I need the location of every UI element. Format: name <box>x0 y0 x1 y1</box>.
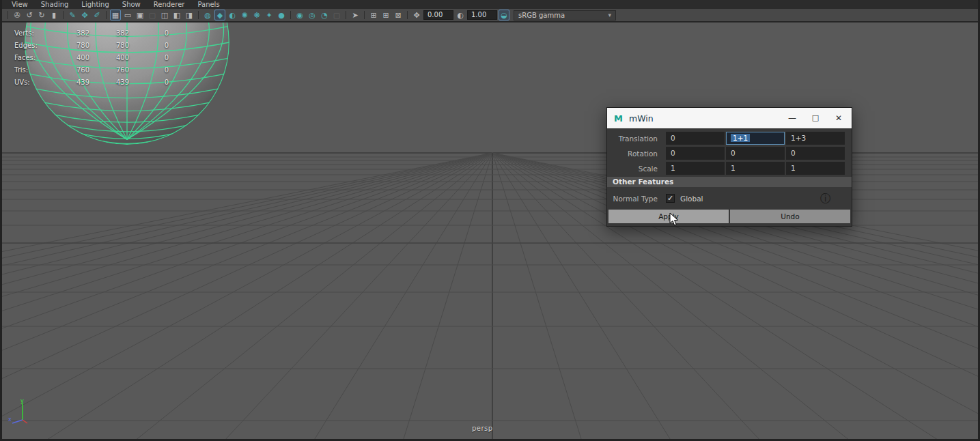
xray-display-icon[interactable]: ◉ <box>294 10 305 20</box>
checkered-sphere-icon[interactable]: ❋ <box>251 10 262 20</box>
rotation-z-field[interactable]: 0 <box>786 147 845 160</box>
toolbar-separator <box>198 11 199 19</box>
maya-logo-icon: M <box>614 113 626 124</box>
toolbar-separator <box>63 11 64 19</box>
colorspace-dropdown[interactable]: sRGB gamma▾ <box>514 10 616 20</box>
menu-panels[interactable]: Panels <box>197 0 219 9</box>
safe-action-icon[interactable]: ◧ <box>171 10 182 20</box>
textured-sphere-icon[interactable]: ✺ <box>239 10 250 20</box>
menu-shading[interactable]: Shading <box>41 0 69 9</box>
menu-lighting[interactable]: Lighting <box>81 0 109 9</box>
translation-z-field[interactable]: 1+3 <box>786 132 845 145</box>
wireframe-on-shaded-icon[interactable]: ◐ <box>227 10 238 20</box>
global-checkbox[interactable]: ✓ <box>666 194 675 203</box>
other-features-header: Other Features <box>607 177 852 187</box>
snapshot-multi-icon[interactable]: ⊞ <box>380 10 391 20</box>
translation-x-field[interactable]: 0 <box>666 132 725 145</box>
gate-mask-icon[interactable]: ▢ <box>147 10 158 20</box>
field-chart-icon[interactable]: ◫ <box>159 10 170 20</box>
contrast-icon[interactable]: ◐ <box>455 10 466 20</box>
dialog-button-row: Apply Undo <box>607 208 852 225</box>
colorspace-toggle-icon[interactable]: ◒ <box>499 10 509 20</box>
rotation-x-field[interactable]: 0 <box>666 147 725 160</box>
dialog-title: mWin <box>629 113 781 124</box>
wireframe-sphere-icon[interactable]: ◍ <box>202 10 213 20</box>
exposure-field[interactable]: 0.00 <box>423 10 453 20</box>
axis-x-label: x <box>8 416 12 423</box>
scale-z-field[interactable]: 1 <box>786 162 845 175</box>
undo-button[interactable]: Undo <box>730 210 850 223</box>
move-tool-icon[interactable]: ✥ <box>79 10 90 20</box>
menu-show[interactable]: Show <box>122 0 141 9</box>
bookmark-icon[interactable]: ▮ <box>48 10 59 20</box>
chevron-down-icon: ▾ <box>608 12 611 18</box>
hud-row-edges: Edges: 780 780 0 <box>14 39 169 51</box>
toolbar-separator <box>8 11 8 19</box>
hud-row-uvs: UVs: 439 439 0 <box>14 76 169 88</box>
toolbar-separator <box>106 11 107 19</box>
maximize-button[interactable]: □ <box>804 108 827 128</box>
menu-renderer[interactable]: Renderer <box>154 0 185 9</box>
rotation-label: Rotation <box>608 150 666 158</box>
toolbar-separator <box>290 11 291 19</box>
backface-display-icon[interactable]: ◎ <box>307 10 318 20</box>
translation-label: Translation <box>608 134 666 143</box>
snapshot-icon[interactable]: ⊞ <box>368 10 379 20</box>
shaded-cube-icon[interactable]: ◆ <box>214 10 225 20</box>
resolution-gate-icon[interactable]: ▣ <box>135 10 145 20</box>
crossed-box-icon[interactable]: ⊠ <box>393 10 404 20</box>
selected-text: 1+1 <box>731 134 750 142</box>
camera-pan-icon[interactable]: ↻ <box>36 10 47 20</box>
scale-row: Scale 1 1 1 <box>607 161 852 175</box>
translation-y-field[interactable]: 1+1 <box>726 132 785 145</box>
minimize-button[interactable]: — <box>781 108 804 128</box>
normal-type-row: Normal Type ✓ Global ⓘ <box>607 188 852 208</box>
heads-up-display: Verts: 382 382 0 Edges: 780 780 0 Faces:… <box>14 27 169 88</box>
rotation-y-field[interactable]: 0 <box>726 147 785 160</box>
close-button[interactable]: ✕ <box>827 108 850 128</box>
film-gate-icon[interactable]: ▭ <box>122 10 133 20</box>
scale-x-field[interactable]: 1 <box>666 162 725 175</box>
isolate-select-icon[interactable]: ◔ <box>319 10 330 20</box>
axis-gizmo: y x <box>8 398 38 428</box>
exposure-icon[interactable]: ✥ <box>411 10 422 20</box>
scale-label: Scale <box>608 165 666 173</box>
pencil-tool-icon[interactable]: ✎ <box>67 10 78 20</box>
hud-row-verts: Verts: 382 382 0 <box>14 27 169 39</box>
safe-title-icon[interactable]: ◨ <box>184 10 195 20</box>
maya-window: View Shading Lighting Show Renderer Pane… <box>0 0 980 441</box>
toolbar-separator <box>364 11 365 19</box>
dialog-title-bar[interactable]: M mWin — □ ✕ <box>607 108 852 128</box>
mouse-cursor <box>669 212 681 227</box>
pen-tool-icon[interactable]: ✐ <box>92 10 102 20</box>
movie-camera-icon[interactable]: ✇ <box>12 10 23 20</box>
camera-orbit-icon[interactable]: ↺ <box>24 10 35 20</box>
toolbar-separator <box>407 11 408 19</box>
panel-toolbar: ✇↺↻▮✎✥✐▦▭▣▢◫◧◨◍◆◐✺❋✦●◉◎◔▢➤⊞⊞⊠✥0.00◐1.00◒… <box>2 9 978 22</box>
camera-name-label: persp <box>472 425 493 432</box>
dialog-body: Translation 0 1+1 1+3 Rotation 0 0 0 Sca… <box>607 128 852 226</box>
toolbar-separator <box>346 11 346 19</box>
select-cursor-icon[interactable]: ➤ <box>350 10 361 20</box>
translation-row: Translation 0 1+1 1+3 <box>607 131 852 145</box>
shaded-sphere-icon[interactable]: ● <box>276 10 287 20</box>
panel-menu-bar: View Shading Lighting Show Renderer Pane… <box>2 0 978 9</box>
scale-y-field[interactable]: 1 <box>726 162 785 175</box>
info-icon[interactable]: ⓘ <box>820 193 831 204</box>
axis-y-label: y <box>20 398 24 404</box>
hud-row-faces: Faces: 400 400 0 <box>14 51 169 63</box>
colorspace-value: sRGB gamma <box>518 12 565 19</box>
mwin-dialog: M mWin — □ ✕ Translation 0 1+1 1+3 Rotat… <box>606 107 852 227</box>
hud-row-tris: Tris: 760 760 0 <box>14 63 169 76</box>
grid-display-icon[interactable]: ▦ <box>110 10 121 20</box>
rotation-row: Rotation 0 0 0 <box>607 146 852 160</box>
menu-view[interactable]: View <box>12 0 28 9</box>
extra-display-icon[interactable]: ▢ <box>331 10 342 20</box>
global-option-label: Global <box>680 195 703 203</box>
use-all-lights-icon[interactable]: ✦ <box>264 10 275 20</box>
normal-type-label: Normal Type <box>608 195 666 203</box>
gamma-field[interactable]: 1.00 <box>467 10 497 20</box>
viewport[interactable]: Verts: 382 382 0 Edges: 780 780 0 Faces:… <box>2 23 978 439</box>
